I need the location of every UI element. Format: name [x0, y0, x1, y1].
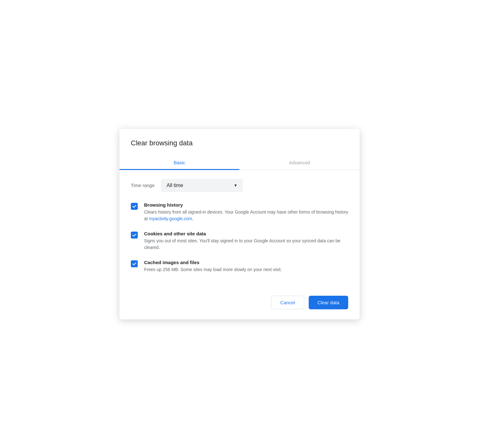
- tab-advanced[interactable]: Advanced: [240, 155, 360, 170]
- dialog-content: Time range All time ▼ Browsing history C…: [119, 170, 360, 273]
- time-range-label: Time range: [131, 183, 155, 188]
- checkmark-icon: [132, 233, 136, 237]
- dropdown-arrow-icon: ▼: [233, 183, 237, 188]
- cookies-checkbox[interactable]: [131, 232, 138, 239]
- browsing-history-checkbox[interactable]: [131, 203, 138, 210]
- time-range-row: Time range All time ▼: [131, 179, 348, 192]
- time-range-select[interactable]: All time ▼: [161, 179, 243, 192]
- browsing-history-item: Browsing history Clears history from all…: [131, 202, 348, 222]
- cached-item: Cached images and files Frees up 256 MB.…: [131, 260, 348, 273]
- browsing-history-desc: Clears history from all signed-in device…: [144, 209, 348, 222]
- dialog-title: Clear browsing data: [119, 129, 360, 155]
- tab-basic[interactable]: Basic: [119, 155, 240, 170]
- cached-title: Cached images and files: [144, 260, 348, 265]
- cookies-desc: Signs you out of most sites. You'll stay…: [144, 238, 348, 251]
- cookies-title: Cookies and other site data: [144, 231, 348, 236]
- dialog-footer: Cancel Clear data: [119, 286, 360, 319]
- cached-content: Cached images and files Frees up 256 MB.…: [144, 260, 348, 273]
- browsing-history-content: Browsing history Clears history from all…: [144, 202, 348, 222]
- browsing-history-title: Browsing history: [144, 202, 348, 208]
- checkmark-icon: [132, 262, 136, 266]
- checkmark-icon: [132, 204, 136, 209]
- myactivity-link[interactable]: myactivity.google.com: [149, 216, 192, 221]
- cached-checkbox[interactable]: [131, 260, 138, 267]
- cookies-item: Cookies and other site data Signs you ou…: [131, 231, 348, 251]
- clear-data-button[interactable]: Clear data: [309, 296, 348, 309]
- clear-browsing-data-dialog: Clear browsing data Basic Advanced Time …: [119, 129, 360, 319]
- cookies-content: Cookies and other site data Signs you ou…: [144, 231, 348, 251]
- cancel-button[interactable]: Cancel: [271, 296, 304, 309]
- tabs-row: Basic Advanced: [119, 155, 360, 170]
- cached-desc: Frees up 256 MB. Some sites may load mor…: [144, 266, 348, 273]
- time-range-value: All time: [167, 183, 183, 188]
